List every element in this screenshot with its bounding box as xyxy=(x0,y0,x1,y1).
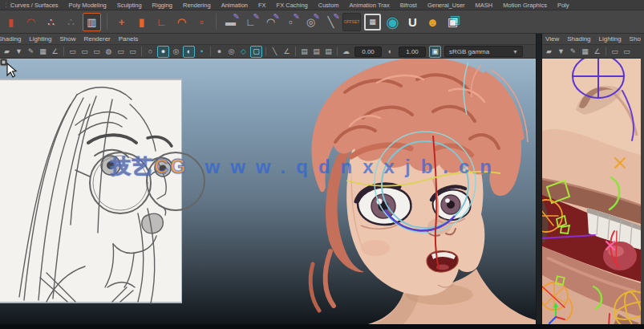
panel-menu-item[interactable]: Renderer xyxy=(83,35,110,43)
shelf-tab[interactable]: Curves / Surfaces xyxy=(10,2,59,9)
shaded-mode-icon[interactable]: ● xyxy=(157,46,169,58)
joint-points-icon[interactable]: ▫ xyxy=(193,14,210,30)
ik-handle-icon[interactable]: ∟ xyxy=(153,14,170,30)
xray-joints-icon[interactable]: ◎ xyxy=(226,47,237,57)
angle-snap-icon[interactable]: ∠ xyxy=(592,47,602,57)
shelf-tab-bar: ⋮⋮ Curves / SurfacesPoly ModelingSculpti… xyxy=(0,0,644,10)
shelf-tab[interactable]: Sculpting xyxy=(117,2,142,9)
contrast-icon[interactable]: ◐ xyxy=(385,47,395,57)
shelf-tab[interactable]: Animation Trax xyxy=(350,2,390,9)
shelf-tab[interactable]: Motion Graphics xyxy=(503,2,547,9)
duplicate-icon[interactable]: ▣ xyxy=(444,14,461,30)
maya-application-window: ⋮⋮ Curves / SurfacesPoly ModelingSculpti… xyxy=(0,0,644,329)
textured-mode-icon[interactable]: ◎ xyxy=(171,47,181,57)
resolution-gate-icon[interactable]: ◍ xyxy=(103,47,114,57)
pose-grid-icon[interactable]: ▦ xyxy=(364,14,381,30)
viewport-3d-closeup[interactable] xyxy=(542,59,641,324)
page-1-icon[interactable]: ▤ xyxy=(299,47,310,57)
lighted-mode-icon[interactable]: ◐ xyxy=(183,46,195,58)
exposure-icon[interactable]: ☁ xyxy=(341,47,351,57)
control-donut-icon[interactable]: ◉ xyxy=(384,14,401,30)
select-camera-icon[interactable]: ▰ xyxy=(544,47,554,57)
magnet-icon[interactable]: U xyxy=(404,14,421,30)
exposure-box-icon[interactable]: ▢ xyxy=(250,46,262,58)
xray-icon[interactable]: ● xyxy=(214,47,225,57)
shelf-tab[interactable]: FX Caching xyxy=(277,2,308,9)
panel-menu-item[interactable]: Shading xyxy=(0,35,21,43)
grid-icon[interactable]: ▦ xyxy=(38,47,48,57)
select-camera-icon[interactable]: ▰ xyxy=(2,47,12,57)
frame-icon[interactable]: ▭ xyxy=(610,47,620,57)
bookmark-icon[interactable]: ▼ xyxy=(556,47,566,57)
right-panel-menubar: ViewShadingLightingShow xyxy=(542,34,641,45)
line-width-icon[interactable]: ╲ xyxy=(269,47,280,57)
panel-divider[interactable] xyxy=(536,34,542,324)
ik-spline-icon[interactable]: ◠ xyxy=(173,14,190,30)
insert-joint-icon[interactable]: ▮ xyxy=(133,14,150,30)
chevron-down-icon: ▼ xyxy=(512,49,518,55)
frame-all-icon[interactable]: ▭ xyxy=(67,47,78,57)
gamma-field[interactable]: 1.00 xyxy=(399,47,426,57)
gate-icon[interactable]: ▭ xyxy=(622,47,632,57)
right-panel-toolbar: ▰▼✎▦∠▭▭ xyxy=(542,45,641,59)
isolate-icon[interactable]: ◇ xyxy=(238,47,249,57)
cluster-dots-icon[interactable]: ∴ xyxy=(43,14,59,30)
panel-menu-item[interactable]: Lighting xyxy=(599,35,622,43)
shelf-tab[interactable]: Poly Modeling xyxy=(69,2,107,9)
offset-button-icon[interactable]: OFFSET xyxy=(342,13,361,31)
frame-selected-icon[interactable]: ▭ xyxy=(79,47,90,57)
create-joint-icon[interactable]: + xyxy=(113,14,130,30)
mascot-tool-icon[interactable]: ☻ xyxy=(424,14,441,30)
edit-dots-icon[interactable]: ▫✎ xyxy=(282,14,299,30)
faint-dots-icon[interactable]: ∴ xyxy=(63,14,79,30)
viewport-3d-main[interactable]: 技艺CG www.qdnxxjb.cn xyxy=(0,59,536,324)
panel-menu-item[interactable]: Shading xyxy=(567,35,590,43)
shelf-tab[interactable]: General_User xyxy=(427,2,465,9)
shelf-tab[interactable]: Poly xyxy=(557,2,569,9)
slider-red-icon[interactable]: ▮ xyxy=(2,14,19,30)
colorspace-dropdown[interactable]: sRGB gamma ▼ xyxy=(444,46,523,57)
panel-menu-item[interactable]: Lighting xyxy=(29,35,51,43)
edit-gear-icon[interactable]: ◎✎ xyxy=(302,14,319,30)
toolbar-separator xyxy=(210,47,211,56)
pencil-icon[interactable]: ✎ xyxy=(568,47,578,57)
character-model[interactable] xyxy=(310,59,536,324)
shelf-tab[interactable]: FX xyxy=(258,2,266,9)
bookmark-icon[interactable]: ▼ xyxy=(14,47,24,57)
edit-bar-icon[interactable]: ▬✎ xyxy=(222,14,239,30)
safe-area-icon[interactable]: ▭ xyxy=(128,47,138,57)
grid-icon[interactable]: ▦ xyxy=(580,47,590,57)
shelf-tab[interactable]: Bifrost xyxy=(400,2,417,9)
panel-menu-item[interactable]: Show xyxy=(59,35,75,43)
angle-icon[interactable]: ∠ xyxy=(281,47,292,57)
toolbar-separator xyxy=(107,14,107,30)
shelf-tab[interactable]: Animation xyxy=(221,2,248,9)
panel-menu-item[interactable]: Panels xyxy=(119,35,138,43)
panel-menu-item[interactable]: Show xyxy=(630,35,641,43)
edit-elbow-icon[interactable]: ∟✎ xyxy=(242,14,259,30)
page-3-icon[interactable]: ▤ xyxy=(323,47,334,57)
left-panel-menubar: ShadingLightingShowRendererPanels xyxy=(0,34,536,45)
bars-selected-icon[interactable]: ▥ xyxy=(83,13,101,31)
shelf-tab[interactable]: MASH xyxy=(476,2,493,9)
edit-line-icon[interactable]: ╲✎ xyxy=(322,14,339,30)
edit-curve-icon[interactable]: ◠✎ xyxy=(262,14,279,30)
angle-snap-icon[interactable]: ∠ xyxy=(50,47,60,57)
left-panel-toolbar: ▰▼✎▦∠▭▭▭◍▭▭○●◎◐•●◎◇▢╲∠▤▤▤☁ 0.00 ◐ 1.00 ▣… xyxy=(0,45,536,59)
shelf-tab[interactable]: Rendering xyxy=(183,2,211,9)
shelf-tab[interactable]: Rigging xyxy=(152,2,172,9)
gate-mask-icon[interactable]: ▭ xyxy=(115,47,126,57)
shelf-tab[interactable]: Custom xyxy=(318,2,339,9)
toolbar-separator xyxy=(141,47,142,56)
pencil-icon[interactable]: ✎ xyxy=(26,47,36,57)
panel-menu-item[interactable]: View xyxy=(545,35,559,43)
color-management-icon[interactable]: ▣ xyxy=(429,46,441,58)
wireframe-mode-icon[interactable]: ○ xyxy=(145,47,156,57)
film-gate-icon[interactable]: ▭ xyxy=(91,47,102,57)
toolbar-separator xyxy=(337,47,338,56)
material-dot-icon[interactable]: • xyxy=(196,47,207,57)
reference-sketch-plane[interactable] xyxy=(0,79,205,303)
curve-arc-icon[interactable]: ◠ xyxy=(22,14,39,30)
page-2-icon[interactable]: ▤ xyxy=(311,47,322,57)
exposure-field[interactable]: 0.00 xyxy=(354,47,382,57)
